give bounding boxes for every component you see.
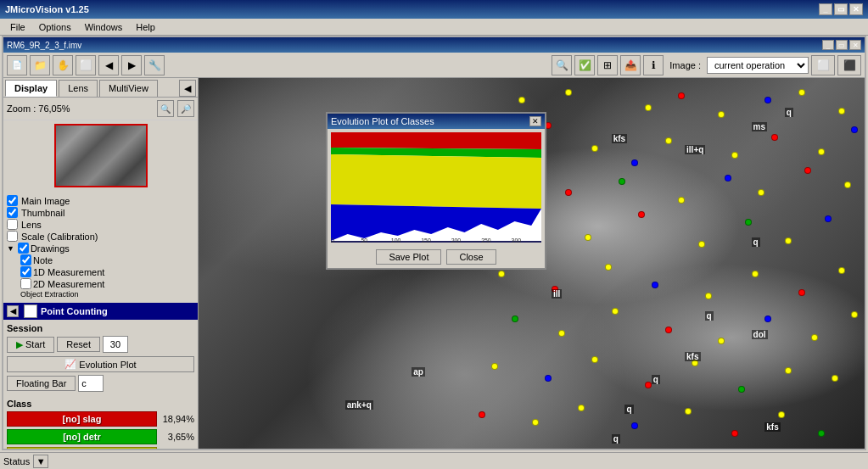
left-toolbar: 📄 📁 ✋ ⬜ ◀ ▶ 🔧 [3, 55, 168, 75]
check-lens-input[interactable] [7, 219, 18, 230]
file-btn[interactable]: 📄 [7, 55, 27, 75]
app-title: JMicroVision v1.25 [5, 4, 89, 14]
menu-file[interactable]: File [3, 20, 32, 34]
open-btn[interactable]: 📁 [30, 55, 50, 75]
display-checklist: Main Image Thumbnail Lens Scale (Calibra… [3, 191, 198, 303]
image-area: kfsqqqqillkfsdolmsqill+qkfsapank+qq Evol… [199, 78, 865, 449]
collapse-icon[interactable]: ◀ [7, 305, 19, 317]
title-controls[interactable]: _ ▭ ✕ [819, 3, 863, 15]
dot-52 [591, 356, 598, 363]
tab-lens[interactable]: Lens [59, 80, 98, 97]
status-expand-btn[interactable]: ▼ [33, 455, 48, 468]
dot-45 [665, 327, 672, 333]
tool-btn[interactable]: 🔧 [144, 55, 165, 75]
chart-red-area [331, 132, 541, 149]
nav-next-btn[interactable]: ▶ [121, 55, 142, 75]
dot-6 [798, 89, 805, 96]
hand-btn[interactable]: ✋ [53, 55, 73, 75]
tree-note: Note [7, 254, 194, 265]
minimize-button[interactable]: _ [819, 3, 832, 15]
class-bar-2[interactable]: [no] nem karb [7, 447, 157, 449]
img-btn1[interactable]: ⬜ [811, 55, 835, 75]
img-btn2[interactable]: ⬛ [837, 55, 861, 75]
evolution-plot-window: Evolution Plot of Classes ✕ [326, 112, 546, 270]
check-btn[interactable]: ✅ [574, 55, 595, 75]
check-1d-input[interactable] [20, 266, 31, 277]
dot-14 [771, 134, 778, 141]
x-label-0: 0 [331, 237, 334, 243]
floating-bar-button[interactable]: Floating Bar [7, 376, 76, 391]
check-thumbnail-input[interactable] [7, 207, 18, 218]
zoom-in-btn[interactable]: 🔍 [157, 100, 174, 117]
point-counting-header[interactable]: ◀ ⊞ Point Counting [3, 303, 198, 320]
chart-yellow-area [331, 154, 541, 209]
select-btn[interactable]: ⬜ [76, 55, 96, 75]
img-label-2: q [705, 311, 714, 321]
check-drawings-input[interactable] [18, 243, 29, 254]
tab-multiview[interactable]: MultiView [99, 80, 158, 97]
img-label-0: kfs [612, 134, 627, 143]
reset-button[interactable]: Reset [57, 337, 100, 352]
check-thumbnail: Thumbnail [7, 207, 194, 218]
sub-window: RM6_9R_2_3_f.imv _ ▭ ✕ 📄 📁 ✋ ⬜ ◀ ▶ 🔧 🔍 ✅ [2, 36, 866, 450]
zoom-value: Zoom : 76,05% [7, 103, 70, 114]
check-lens: Lens [7, 219, 194, 230]
img-label-11: kfs [764, 422, 780, 432]
search-btn[interactable]: 🔍 [552, 55, 572, 75]
info-btn[interactable]: ℹ [643, 55, 664, 75]
menu-help[interactable]: Help [129, 20, 162, 34]
check-2d-input[interactable] [20, 278, 31, 289]
evo-plot-label: Evolution Plot [79, 360, 136, 370]
panel-collapse-btn[interactable]: ◀ [179, 80, 196, 97]
dot-56 [785, 367, 792, 374]
check-main-image-input[interactable] [7, 195, 18, 206]
tree-drawings: ▼ Drawings [7, 243, 194, 254]
class-row-2: [no] nem karb 61,46% [7, 447, 194, 449]
sub-minimize-button[interactable]: _ [822, 40, 834, 50]
dot-41 [838, 267, 845, 274]
class-section: Class [no] slag 18,94% [no] detr 3,65% [3, 395, 198, 449]
menu-windows[interactable]: Windows [78, 20, 130, 34]
zoom-out-btn[interactable]: 🔎 [177, 100, 194, 117]
dot-43 [558, 330, 565, 337]
save-plot-button[interactable]: Save Plot [376, 249, 441, 265]
img-label-6: kfs [685, 352, 700, 361]
class-pct-1: 3,65% [160, 432, 194, 442]
thumbnail-bg [56, 126, 146, 186]
sub-restore-button[interactable]: ▭ [836, 40, 848, 50]
right-toolbar: 🔍 ✅ ⊞ 📤 ℹ Image : current operation ⬜ ⬛ [548, 55, 865, 75]
floating-bar-input[interactable]: c [78, 375, 104, 392]
check-main-image-label: Main Image [21, 196, 70, 206]
menu-options[interactable]: Options [32, 20, 78, 34]
sub-close-button[interactable]: ✕ [849, 40, 861, 50]
check-note-input[interactable] [20, 254, 31, 265]
dot-44 [612, 308, 619, 315]
close-button[interactable]: ✕ [849, 3, 863, 15]
x-label-100: 100 [391, 237, 401, 243]
start-button[interactable]: ▶ Start [7, 337, 54, 353]
evolution-plot-button[interactable]: 📈 Evolution Plot [7, 356, 194, 372]
class-name-0: [no] slag [63, 414, 102, 424]
class-bar-1[interactable]: [no] detr [7, 429, 157, 444]
dot-28 [585, 234, 591, 241]
restore-button[interactable]: ▭ [834, 3, 848, 15]
class-bar-0[interactable]: [no] slag [7, 411, 157, 427]
check-scale-input[interactable] [7, 231, 18, 242]
dot-48 [811, 334, 818, 341]
check-main-image: Main Image [7, 195, 194, 206]
dot-19 [565, 189, 572, 196]
sub-title-controls[interactable]: _ ▭ ✕ [822, 40, 861, 50]
export-btn[interactable]: 📤 [620, 55, 641, 75]
nav-prev-btn[interactable]: ◀ [98, 55, 119, 75]
count-input[interactable]: 30 [103, 336, 128, 353]
chart-blue-area [331, 204, 541, 241]
floating-bar-row: Floating Bar c [7, 375, 194, 392]
evo-icon: 📈 [64, 359, 76, 370]
tab-display[interactable]: Display [5, 80, 57, 97]
close-plot-button[interactable]: Close [446, 249, 496, 265]
evo-close-icon[interactable]: ✕ [529, 116, 541, 126]
dot-55 [738, 386, 745, 393]
grid-btn[interactable]: ⊞ [597, 55, 618, 75]
check-1d-label: 1D Measurement [33, 267, 104, 277]
image-select[interactable]: current operation [707, 57, 809, 74]
